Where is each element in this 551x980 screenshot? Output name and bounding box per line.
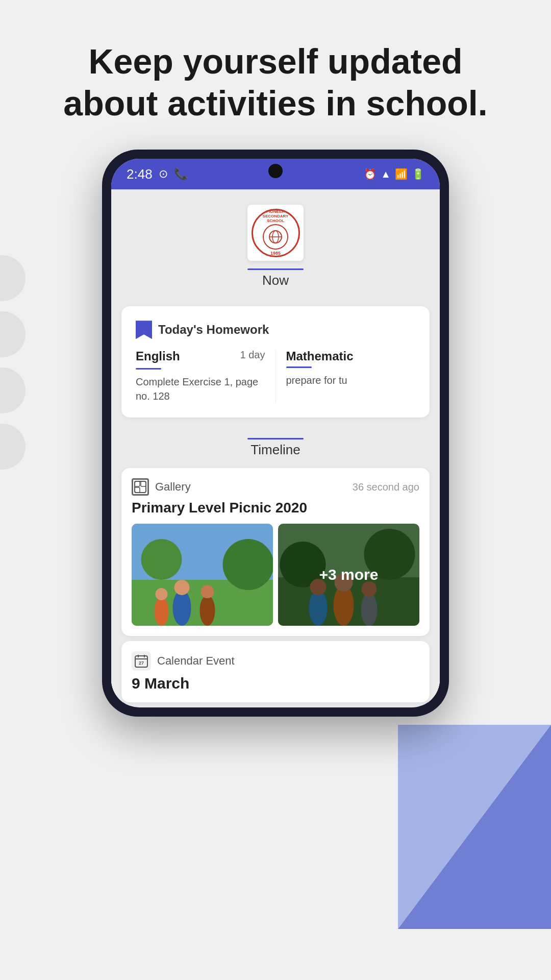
homework-item-math[interactable]: Mathematic prepare for tu [276, 349, 416, 403]
gallery-more-overlay: +3 more [278, 524, 419, 626]
homework-header-row-math: Mathematic [286, 349, 416, 363]
svg-point-11 [173, 590, 191, 626]
timeline-tab-label[interactable]: Timeline [251, 442, 300, 458]
svg-point-13 [200, 595, 215, 626]
gallery-time: 36 second ago [353, 481, 419, 493]
picnic-scene-1 [132, 524, 273, 626]
now-tab-label[interactable]: Now [262, 273, 289, 296]
bg-triangle2 [398, 725, 551, 929]
homework-due-english: 1 day [240, 349, 265, 361]
globe-svg [268, 229, 283, 244]
school-globe-icon [263, 224, 288, 250]
gallery-card[interactable]: Gallery 36 second ago Primary Level Picn… [121, 468, 430, 636]
status-right: ⏰ ▲ 📶 🔋 [364, 168, 424, 180]
subject-underline-english [136, 368, 161, 370]
battery-icon: 🔋 [412, 168, 424, 180]
homework-item-english[interactable]: English 1 day Complete Exercise 1, page … [136, 349, 276, 403]
now-tab-underline [247, 268, 304, 270]
timeline-tab-underline [247, 438, 304, 439]
media-icon: ⊙ [159, 167, 168, 181]
calendar-icon: 27 [132, 651, 151, 671]
whatsapp-icon: 📞 [174, 167, 188, 181]
gallery-icon [132, 478, 149, 496]
calendar-type-label: Calendar Event [157, 654, 235, 668]
svg-rect-3 [135, 481, 146, 493]
homework-subject-math: Mathematic [286, 349, 354, 363]
gallery-image-1[interactable] [132, 524, 273, 626]
calendar-date: 9 March [132, 675, 419, 692]
homework-desc-english: Complete Exercise 1, page no. 128 [136, 375, 265, 403]
status-bar: 2:48 ⊙ 📞 ⏰ ▲ 📶 🔋 [111, 159, 440, 189]
gallery-type-label: Gallery [155, 480, 191, 494]
people-scene-1 [132, 524, 273, 626]
svg-point-12 [174, 580, 190, 595]
homework-desc-math: prepare for tu [286, 373, 416, 387]
svg-point-15 [155, 597, 169, 626]
phone-frame: 2:48 ⊙ 📞 ⏰ ▲ 📶 🔋 PIONEERSECONDARYSCHOOL [102, 150, 449, 717]
camera-notch [268, 164, 283, 178]
homework-list: English 1 day Complete Exercise 1, page … [136, 349, 415, 403]
school-logo-content: PIONEERSECONDARYSCHOOL 1985 [263, 210, 289, 256]
homework-title: Today's Homework [158, 323, 269, 337]
svg-text:27: 27 [139, 660, 144, 666]
bg-decoration [0, 255, 26, 470]
svg-point-10 [141, 539, 182, 580]
school-logo-inner: PIONEERSECONDARYSCHOOL 1985 [252, 209, 300, 257]
subject-underline-math [286, 366, 312, 368]
svg-point-16 [156, 588, 168, 600]
gallery-post-title: Primary Level Picnic 2020 [132, 500, 419, 516]
header-title: Keep yourself updated about activities i… [51, 41, 500, 124]
school-section: PIONEERSECONDARYSCHOOL 1985 [111, 189, 440, 301]
homework-header-row-english: English 1 day [136, 349, 265, 365]
wifi-icon: ▲ [381, 168, 391, 180]
phone-screen: 2:48 ⊙ 📞 ⏰ ▲ 📶 🔋 PIONEERSECONDARYSCHOOL [111, 159, 440, 707]
homework-card-header: Today's Homework [136, 321, 415, 339]
svg-point-14 [201, 585, 214, 598]
status-left: 2:48 ⊙ 📞 [127, 166, 188, 182]
calendar-card[interactable]: 27 Calendar Event 9 March [121, 641, 430, 702]
homework-subject-english: English [136, 349, 180, 363]
gallery-image-2[interactable]: +3 more [278, 524, 419, 626]
calendar-card-header: 27 Calendar Event [132, 651, 419, 671]
app-content: PIONEERSECONDARYSCHOOL 1985 [111, 189, 440, 702]
status-time: 2:48 [127, 166, 153, 182]
school-name-text: PIONEERSECONDARYSCHOOL [263, 210, 289, 223]
gallery-more-count: +3 more [319, 566, 379, 583]
alarm-icon: ⏰ [364, 168, 377, 180]
school-year: 1985 [263, 251, 289, 256]
gallery-svg-icon [134, 481, 146, 493]
school-logo: PIONEERSECONDARYSCHOOL 1985 [247, 205, 304, 261]
timeline-section: Timeline Gallery [111, 423, 440, 702]
homework-card: Today's Homework English 1 day Complete … [121, 306, 430, 418]
gallery-images: +3 more [132, 524, 419, 626]
bookmark-icon [136, 321, 152, 339]
gallery-card-header: Gallery 36 second ago [132, 478, 419, 496]
calendar-svg-icon: 27 [134, 654, 148, 668]
header-section: Keep yourself updated about activities i… [0, 0, 551, 150]
timeline-tab: Timeline [111, 430, 440, 460]
signal-icon: 📶 [395, 168, 408, 180]
svg-point-9 [223, 539, 273, 590]
